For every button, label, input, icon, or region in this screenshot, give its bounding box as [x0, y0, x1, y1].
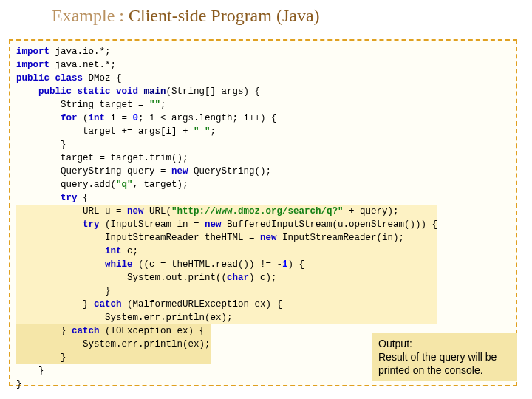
note-title: Output:: [378, 338, 412, 349]
output-note: Output: Result of the query will be prin…: [372, 332, 517, 381]
highlight-block-1: URL u = new URL("http://www.dmoz.org/sea…: [16, 205, 437, 324]
slide-title: Example : Client-side Program (Java): [52, 6, 320, 26]
highlight-block-2: } catch (IOException ex) { System.err.pr…: [16, 324, 211, 364]
title-prefix: Example :: [52, 6, 129, 25]
note-body: Result of the query will be printed on t…: [378, 351, 497, 376]
title-main: Client-side Program (Java): [129, 6, 320, 25]
